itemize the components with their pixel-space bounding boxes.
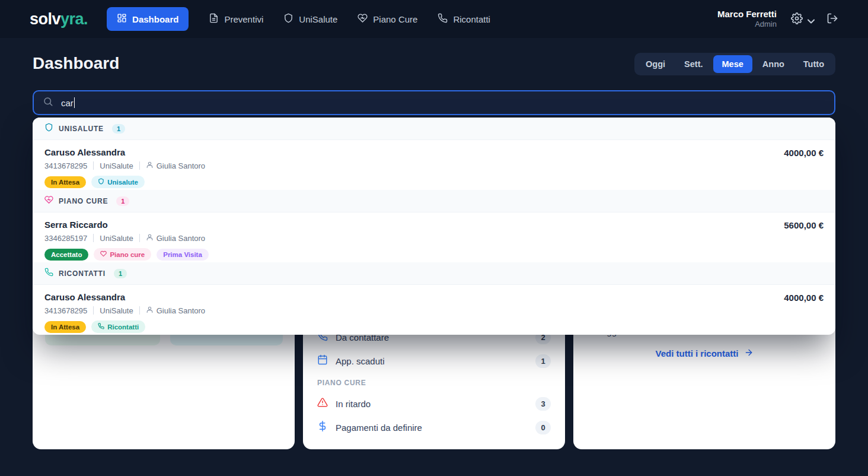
user-info: Marco Ferretti Admin [717, 9, 777, 30]
see-all-wrapper: Vedi tutti i ricontatti [573, 348, 835, 359]
summary-row-pagamenti[interactable]: Pagamenti da definire 0 [317, 418, 551, 436]
result-phone: 3413678295 [44, 161, 87, 170]
nav-item-label: Dashboard [132, 14, 178, 24]
result-amount: 5600,00 € [784, 220, 824, 230]
divider [139, 234, 140, 242]
text-cursor [74, 97, 75, 108]
nav-item-dashboard[interactable]: Dashboard [107, 7, 189, 31]
filter-mese[interactable]: Mese [713, 55, 752, 73]
shield-icon [44, 123, 53, 134]
dollar-icon [317, 421, 336, 434]
nav-item-unisalute[interactable]: UniSalute [283, 13, 337, 25]
search-value: car [61, 98, 74, 108]
divider [139, 306, 140, 315]
summary-row-count: 1 [535, 354, 551, 368]
piano-cure-badge: Piano cure [94, 248, 151, 261]
nav-item-label: UniSalute [299, 14, 337, 24]
dashboard-grid-icon [117, 13, 127, 25]
summary-row-app-scaduti[interactable]: App. scaduti 1 [317, 352, 551, 370]
search-icon [43, 96, 53, 109]
summary-row-label: Pagamenti da definire [336, 423, 422, 433]
divider [93, 234, 94, 242]
unisalute-badge: Unisalute [91, 176, 145, 188]
summary-row-count: 0 [535, 421, 551, 434]
app-logo: solvyra. [30, 10, 88, 28]
section-title: RICONTATTI [59, 269, 106, 278]
section-count-badge: 1 [114, 269, 127, 278]
user-name: Marco Ferretti [717, 9, 777, 20]
search-result-row[interactable]: Caruso Alessandra 4000,00 € 3413678295 U… [33, 285, 835, 335]
logout-icon [826, 12, 838, 26]
status-badge: Accettato [44, 249, 88, 261]
summary-section-label: PIANO CURE [317, 379, 366, 387]
section-title: UNISALUTE [59, 125, 104, 133]
search-input[interactable]: car [33, 90, 835, 115]
top-nav: solvyra. Dashboard Preventivi UniSalute … [0, 0, 868, 38]
ricontatti-badge: Ricontatti [91, 320, 145, 333]
section-count-badge: 1 [112, 124, 125, 134]
nav-item-preventivi[interactable]: Preventivi [209, 13, 263, 25]
result-source: UniSalute [100, 234, 133, 243]
alert-triangle-icon [317, 397, 336, 410]
result-badges: In Attesa Unisalute [44, 176, 824, 188]
result-meta: 3346285197 UniSalute Giulia Santoro [44, 233, 824, 243]
result-operator: Giulia Santoro [157, 234, 205, 243]
filter-sett[interactable]: Sett. [675, 55, 711, 73]
result-badges: Accettato Piano cure Prima Visita [44, 248, 824, 261]
phone-icon [438, 13, 448, 25]
result-name: Caruso Alessandra [44, 147, 824, 157]
section-header-piano-cure: PIANO CURE 1 [33, 190, 835, 212]
result-amount: 4000,00 € [784, 293, 824, 303]
phone-icon [98, 323, 104, 331]
divider [93, 161, 94, 170]
nav-item-label: Ricontatti [453, 14, 490, 24]
divider [93, 306, 94, 315]
logout-button[interactable] [826, 12, 838, 26]
summary-row-label: App. scaduti [336, 356, 385, 366]
result-operator: Giulia Santoro [157, 306, 205, 315]
page-title: Dashboard [33, 54, 119, 73]
search-result-row[interactable]: Serra Riccardo 5600,00 € 3346285197 UniS… [33, 212, 835, 262]
settings-button[interactable] [791, 12, 812, 26]
document-icon [209, 13, 219, 25]
prima-visita-badge: Prima Visita [157, 249, 209, 261]
result-meta: 3413678295 UniSalute Giulia Santoro [44, 306, 824, 315]
filter-oggi[interactable]: Oggi [637, 55, 674, 73]
arrow-right-icon [744, 348, 754, 359]
section-title: PIANO CURE [59, 197, 108, 205]
search-results-dropdown: UNISALUTE 1 Caruso Alessandra 4000,00 € … [33, 118, 835, 335]
heart-icon [44, 195, 53, 207]
result-amount: 4000,00 € [784, 148, 824, 158]
result-phone: 3413678295 [44, 306, 87, 315]
summary-row-in-ritardo[interactable]: In ritardo 3 [317, 395, 551, 412]
see-all-ricontatti-link[interactable]: Vedi tutti i ricontatti [655, 348, 753, 359]
nav-menu: Dashboard Preventivi UniSalute Piano Cur… [107, 7, 490, 31]
heart-icon [100, 250, 107, 258]
nav-item-piano-cure[interactable]: Piano Cure [358, 13, 417, 25]
user-cluster: Marco Ferretti Admin [717, 9, 838, 30]
result-source: UniSalute [100, 161, 133, 170]
logo-part-1: solv [30, 10, 60, 28]
gear-icon [791, 12, 803, 26]
filter-tutto[interactable]: Tutto [794, 55, 833, 73]
section-header-ricontatti: RICONTATTI 1 [33, 262, 835, 285]
nav-item-label: Piano Cure [373, 14, 417, 24]
result-operator: Giulia Santoro [157, 161, 205, 170]
logo-part-2: yra. [60, 10, 88, 28]
search-result-row[interactable]: Caruso Alessandra 4000,00 € 3413678295 U… [33, 140, 835, 190]
heart-icon [358, 13, 368, 25]
user-role: Admin [717, 20, 777, 29]
time-filter-group: Oggi Sett. Mese Anno Tutto [634, 53, 835, 75]
section-header-unisalute: UNISALUTE 1 [33, 118, 835, 140]
status-badge: In Attesa [44, 176, 86, 188]
result-badges: In Attesa Ricontatti [44, 320, 824, 333]
status-badge: In Attesa [44, 321, 86, 333]
filter-anno[interactable]: Anno [754, 55, 793, 73]
section-count-badge: 1 [116, 196, 129, 206]
summary-row-label: In ritardo [336, 399, 371, 409]
user-icon [146, 161, 154, 170]
shield-icon [98, 178, 104, 186]
result-name: Caruso Alessandra [44, 292, 824, 302]
nav-item-ricontatti[interactable]: Ricontatti [438, 13, 490, 25]
summary-row-count: 3 [535, 397, 551, 411]
